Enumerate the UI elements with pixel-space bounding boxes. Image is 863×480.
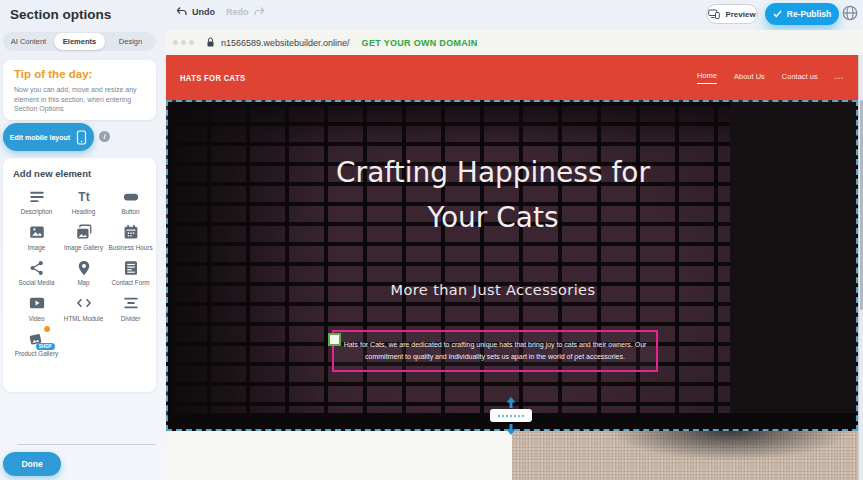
nav-more-button[interactable]: ••• — [835, 75, 844, 81]
tip-title: Tip of the day: — [14, 68, 145, 80]
preview-scrollbar — [858, 55, 863, 480]
image-icon — [28, 223, 46, 242]
hero-paragraph-selected[interactable]: Hats for Cats, we are dedicated to craft… — [332, 330, 658, 372]
devices-icon — [708, 9, 720, 19]
nav-item-contact-us[interactable]: Contact us — [782, 72, 818, 84]
element-item-label: Map — [77, 279, 89, 287]
edit-mobile-layout-button[interactable]: Edit mobile layout — [3, 123, 94, 151]
element-item-label: Business Hours — [108, 244, 152, 252]
description-icon — [28, 187, 46, 206]
nav-item-home[interactable]: Home — [697, 71, 717, 84]
nav-item-about-us[interactable]: About Us — [734, 72, 765, 84]
button-icon — [122, 187, 140, 206]
sidebar: AI ContentElementsDesign Tip of the day:… — [0, 30, 166, 480]
element-item-label: Image Gallery — [64, 244, 103, 252]
business-hours-icon — [122, 223, 140, 242]
sidebar-tabs: AI ContentElementsDesign — [3, 32, 156, 51]
element-item-business-hours[interactable]: Business Hours — [107, 223, 154, 252]
hero-subheading[interactable]: More than Just Accessories — [168, 282, 818, 298]
element-item-map[interactable]: Map — [60, 258, 107, 287]
next-section-text-column — [166, 431, 512, 480]
republish-button[interactable]: Re-Publish — [765, 3, 839, 25]
sidebar-divider — [18, 444, 156, 445]
resize-grip[interactable] — [490, 409, 532, 422]
element-item-label: Video — [29, 315, 45, 323]
next-section[interactable] — [166, 431, 858, 480]
image-gallery-icon — [75, 223, 93, 242]
undo-icon — [176, 6, 188, 17]
site-logo[interactable]: HATS FOR CATS — [180, 73, 245, 83]
divider-icon — [122, 294, 140, 313]
element-item-product-gallery[interactable]: SHOPProduct Gallery — [13, 329, 60, 358]
hero-heading[interactable]: Crafting Happiness for Your Cats — [313, 150, 673, 240]
topbar: Section options Undo Redo Preview Re-Pub… — [0, 0, 863, 30]
element-item-label: HTML Module — [64, 315, 103, 323]
hero-section[interactable]: Crafting Happiness for Your Cats More th… — [166, 100, 858, 431]
new-badge-icon — [43, 325, 51, 333]
tab-ai-content[interactable]: AI Content — [3, 33, 54, 50]
get-domain-link[interactable]: GET YOUR OWN DOMAIN — [362, 38, 478, 48]
resize-up-icon — [506, 397, 516, 408]
element-item-label: Image — [28, 244, 46, 252]
redo-button[interactable]: Redo — [226, 6, 265, 17]
lock-icon — [206, 37, 215, 48]
element-item-label: Product Gallery — [15, 350, 58, 358]
add-element-title: Add new element — [13, 168, 152, 179]
globe-icon[interactable] — [841, 4, 859, 22]
add-element-panel: Add new element DescriptionTtHeadingButt… — [3, 158, 156, 392]
element-item-video[interactable]: Video — [13, 294, 60, 323]
element-item-heading[interactable]: TtHeading — [60, 187, 107, 216]
element-item-button[interactable]: Button — [107, 187, 154, 216]
browser-dots-icon — [173, 40, 194, 45]
html-module-icon — [75, 294, 93, 313]
hero-content: Crafting Happiness for Your Cats More th… — [168, 102, 856, 429]
browser-bar: n1566589.websitebuilder.online/ GET YOUR… — [166, 30, 863, 55]
video-icon — [28, 294, 46, 313]
info-icon[interactable]: i — [99, 131, 110, 142]
element-item-label: Divider — [121, 315, 141, 323]
map-icon — [75, 258, 93, 277]
element-item-label: Description — [21, 208, 53, 216]
tip-body: Now you can add, move and resize any ele… — [14, 85, 145, 114]
phone-icon — [76, 130, 87, 145]
redo-icon — [253, 6, 265, 17]
tab-design[interactable]: Design — [105, 33, 156, 50]
element-item-label: Heading — [72, 208, 95, 216]
element-item-divider[interactable]: Divider — [107, 294, 154, 323]
product-gallery-icon: SHOP — [28, 329, 46, 348]
site-nav: HomeAbout UsContact us••• — [697, 71, 844, 84]
undo-button[interactable]: Undo — [176, 6, 215, 17]
heading-icon: Tt — [75, 187, 93, 206]
tab-elements[interactable]: Elements — [54, 33, 105, 50]
tip-card: Tip of the day: Now you can add, move an… — [3, 60, 156, 120]
element-item-label: Social Media — [18, 279, 54, 287]
element-item-label: Contact Form — [111, 279, 149, 287]
site-url: n1566589.websitebuilder.online/ — [221, 38, 350, 48]
next-section-image — [512, 431, 858, 480]
social-media-icon — [28, 258, 46, 277]
carpet-seam — [718, 471, 858, 480]
preview-button[interactable]: Preview — [706, 4, 758, 24]
contact-form-icon — [122, 258, 140, 277]
app-window: Section options Undo Redo Preview Re-Pub… — [0, 0, 863, 480]
done-button[interactable]: Done — [3, 452, 61, 476]
page-title: Section options — [10, 7, 111, 22]
svg-text:Tt: Tt — [78, 190, 89, 204]
site-header: HATS FOR CATS HomeAbout UsContact us••• — [166, 55, 858, 100]
check-icon — [773, 10, 782, 18]
resize-down-icon — [506, 424, 516, 435]
element-item-description[interactable]: Description — [13, 187, 60, 216]
element-item-html-module[interactable]: HTML Module — [60, 294, 107, 323]
site-preview: n1566589.websitebuilder.online/ GET YOUR… — [166, 30, 863, 480]
element-item-image[interactable]: Image — [13, 223, 60, 252]
element-item-social-media[interactable]: Social Media — [13, 258, 60, 287]
element-item-contact-form[interactable]: Contact Form — [107, 258, 154, 287]
element-item-label: Button — [121, 208, 139, 216]
site-canvas: HATS FOR CATS HomeAbout UsContact us••• … — [166, 55, 858, 480]
section-resize-handle[interactable] — [490, 394, 532, 438]
shop-badge: SHOP — [36, 343, 55, 350]
element-item-image-gallery[interactable]: Image Gallery — [60, 223, 107, 252]
element-grid: DescriptionTtHeadingButtonImageImage Gal… — [13, 187, 152, 358]
selection-drag-handle[interactable] — [328, 333, 341, 346]
